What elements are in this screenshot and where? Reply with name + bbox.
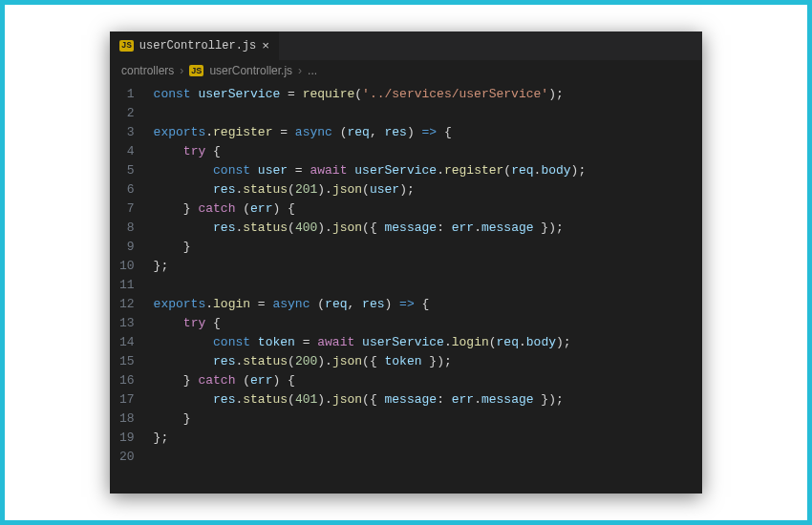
code-line[interactable]: } catch (err) {: [154, 200, 587, 219]
tab-filename: userController.js: [139, 39, 256, 52]
code-line[interactable]: } catch (err) {: [154, 371, 587, 390]
line-number: 2: [119, 104, 135, 123]
line-number: 9: [119, 238, 135, 257]
line-number: 15: [119, 352, 135, 371]
line-number: 11: [119, 276, 135, 295]
line-number: 8: [119, 219, 135, 238]
line-number: 13: [119, 314, 135, 333]
code-editor: JS userController.js × controllers › JS …: [110, 32, 702, 494]
tab-bar: JS userController.js ×: [110, 32, 702, 60]
chevron-right-icon: ›: [180, 64, 183, 77]
breadcrumb[interactable]: controllers › JS userController.js › ...: [110, 60, 702, 81]
js-file-icon: JS: [119, 40, 134, 52]
code-line[interactable]: const userService = require('../services…: [154, 85, 587, 104]
code-line[interactable]: res.status(401).json({ message: err.mess…: [154, 390, 587, 410]
line-number-gutter: 1234567891011121314151617181920: [110, 81, 148, 494]
code-line[interactable]: const token = await userService.login(re…: [154, 333, 587, 352]
code-line[interactable]: try {: [154, 314, 587, 333]
js-file-icon: JS: [189, 65, 203, 76]
line-number: 12: [119, 295, 135, 314]
tab-usercontroller[interactable]: JS userController.js ×: [110, 32, 279, 60]
code-line[interactable]: };: [154, 257, 587, 276]
breadcrumb-folder[interactable]: controllers: [121, 64, 174, 77]
code-line[interactable]: res.status(200).json({ token });: [154, 352, 587, 371]
line-number: 20: [119, 448, 135, 467]
chevron-right-icon: ›: [298, 64, 302, 77]
line-number: 19: [119, 429, 135, 448]
code-line[interactable]: [154, 448, 587, 467]
breadcrumb-trail[interactable]: ...: [308, 64, 317, 77]
code-line[interactable]: const user = await userService.register(…: [154, 161, 587, 180]
code-line[interactable]: res.status(201).json(user);: [154, 180, 587, 200]
code-line[interactable]: res.status(400).json({ message: err.mess…: [154, 219, 587, 238]
line-number: 17: [119, 390, 135, 410]
code-line[interactable]: exports.login = async (req, res) => {: [154, 295, 587, 314]
code-area[interactable]: 1234567891011121314151617181920 const us…: [110, 81, 702, 494]
line-number: 1: [119, 85, 135, 104]
code-line[interactable]: try {: [154, 142, 587, 161]
line-number: 6: [119, 180, 135, 200]
line-number: 18: [119, 410, 135, 429]
line-number: 7: [119, 200, 135, 219]
line-number: 10: [119, 257, 135, 276]
line-number: 4: [119, 142, 135, 161]
line-number: 5: [119, 161, 135, 180]
breadcrumb-file[interactable]: userController.js: [209, 64, 292, 77]
code-line[interactable]: }: [154, 238, 587, 257]
code-line[interactable]: [154, 276, 587, 295]
line-number: 3: [119, 123, 135, 142]
code-line[interactable]: }: [154, 410, 587, 429]
line-number: 14: [119, 333, 135, 352]
code-line[interactable]: };: [154, 429, 587, 448]
code-content[interactable]: const userService = require('../services…: [148, 81, 594, 494]
code-line[interactable]: [154, 104, 587, 123]
close-icon[interactable]: ×: [262, 39, 269, 53]
line-number: 16: [119, 371, 135, 390]
code-line[interactable]: exports.register = async (req, res) => {: [154, 123, 587, 142]
